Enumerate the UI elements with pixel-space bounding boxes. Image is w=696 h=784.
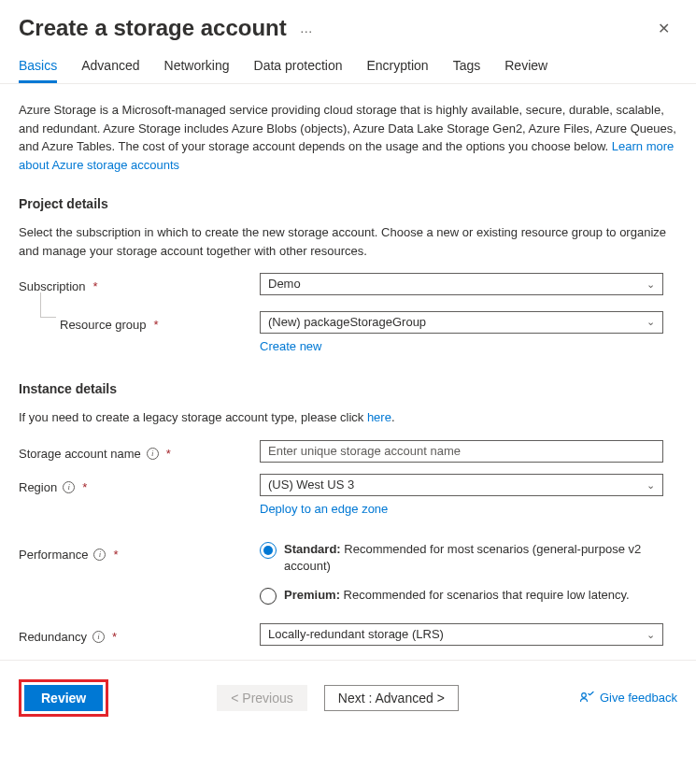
next-button[interactable]: Next : Advanced > [324,685,459,711]
legacy-account-text: If you need to create a legacy storage a… [19,408,677,427]
resource-group-label: Resource group* [19,311,260,335]
performance-premium-radio[interactable]: Premium: Recommended for scenarios that … [260,587,677,605]
radio-unchecked-icon [260,588,277,605]
feedback-icon [579,691,594,706]
tab-basics[interactable]: Basics [19,58,57,83]
create-new-resource-group-link[interactable]: Create new [260,339,321,353]
redundancy-select[interactable]: Locally-redundant storage (LRS) ⌄ [260,623,663,646]
svg-point-0 [582,692,587,697]
performance-label: Performance i * [19,541,260,564]
page-header: Create a storage account … ✕ [0,0,696,49]
storage-account-name-input[interactable]: Enter unique storage account name [260,440,663,463]
region-label: Region i * [19,474,260,497]
tab-tags[interactable]: Tags [453,58,481,83]
deploy-edge-zone-link[interactable]: Deploy to an edge zone [260,502,388,516]
tab-advanced[interactable]: Advanced [81,58,139,83]
previous-button: < Previous [217,685,307,711]
radio-checked-icon [260,542,277,559]
storage-account-name-label: Storage account name i * [19,440,260,463]
tab-networking[interactable]: Networking [164,58,230,83]
chevron-down-icon: ⌄ [646,478,655,493]
footer-bar: Review < Previous Next : Advanced > Give… [0,661,696,734]
tab-encryption[interactable]: Encryption [367,58,429,83]
instance-details-heading: Instance details [19,379,677,399]
review-button[interactable]: Review [24,685,103,711]
intro-text: Azure Storage is a Microsoft-managed ser… [19,101,677,174]
give-feedback-link[interactable]: Give feedback [579,691,677,706]
required-asterisk: * [82,478,87,497]
chevron-down-icon: ⌄ [646,314,655,330]
required-asterisk: * [93,278,98,296]
chevron-down-icon: ⌄ [646,277,655,292]
redundancy-value: Locally-redundant storage (LRS) [268,625,444,644]
more-options-icon[interactable]: … [300,21,315,36]
redundancy-label: Redundancy i * [19,623,260,647]
project-details-heading: Project details [19,194,677,214]
tab-bar: Basics Advanced Networking Data protecti… [0,49,696,84]
close-icon[interactable]: ✕ [650,16,677,41]
resource-group-value: (New) packageStorageGroup [268,313,426,332]
placeholder-text: Enter unique storage account name [268,442,461,461]
info-icon[interactable]: i [63,481,75,493]
tab-data-protection[interactable]: Data protection [254,58,343,83]
review-highlight: Review [19,679,108,717]
required-asterisk: * [154,316,159,335]
subscription-value: Demo [268,275,301,293]
tab-review[interactable]: Review [504,58,547,83]
required-asterisk: * [166,445,171,463]
info-icon[interactable]: i [93,549,106,561]
page-title: Create a storage account [19,15,287,41]
subscription-select[interactable]: Demo ⌄ [260,273,663,295]
region-select[interactable]: (US) West US 3 ⌄ [260,474,663,496]
legacy-here-link[interactable]: here [367,410,391,424]
required-asterisk: * [113,546,118,564]
performance-standard-radio[interactable]: Standard: Recommended for most scenarios… [260,541,677,577]
project-details-subtitle: Select the subscription in which to crea… [19,223,677,260]
region-value: (US) West US 3 [268,476,354,494]
chevron-down-icon: ⌄ [646,627,655,643]
resource-group-select[interactable]: (New) packageStorageGroup ⌄ [260,311,663,334]
info-icon[interactable]: i [92,631,105,643]
required-asterisk: * [112,628,117,647]
info-icon[interactable]: i [147,448,159,460]
